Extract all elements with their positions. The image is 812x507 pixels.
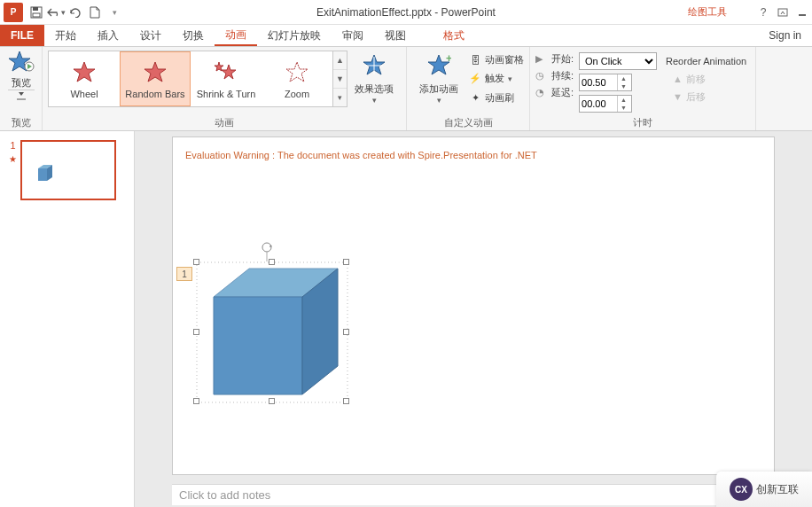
tab-slideshow[interactable]: 幻灯片放映 [257, 25, 332, 46]
svg-marker-27 [214, 297, 302, 394]
effect-options-button[interactable]: 效果选项 ▾ [347, 51, 401, 107]
start-select[interactable]: On Click [579, 52, 657, 70]
gallery-label: Zoom [285, 89, 309, 99]
thumbnail-cube-icon [35, 163, 56, 185]
gallery-label: Wheel [70, 89, 98, 99]
tab-animations[interactable]: 动画 [215, 25, 257, 46]
svg-point-23 [262, 243, 271, 252]
tab-insert[interactable]: 插入 [87, 25, 129, 46]
move-earlier-button[interactable]: ▲前移 [662, 70, 750, 88]
duration-input[interactable] [580, 77, 617, 88]
slide-edit-area: Evaluation Warning : The document was cr… [135, 131, 812, 507]
tab-format[interactable]: 格式 [433, 25, 475, 46]
gallery-more-icon[interactable]: ▾ [333, 89, 347, 106]
gallery-down-icon[interactable]: ▼ [333, 70, 347, 89]
preview-star-icon [8, 51, 35, 75]
tab-file[interactable]: FILE [0, 25, 44, 46]
slide-thumbnail-1[interactable] [20, 140, 116, 200]
start-label: 开始: [551, 52, 574, 66]
animation-order-tag[interactable]: 1 [176, 267, 192, 281]
duration-label: 持续: [551, 69, 574, 82]
delay-input[interactable] [580, 98, 617, 109]
save-icon[interactable] [27, 3, 46, 22]
gallery-item-wheel[interactable]: Wheel [49, 51, 120, 106]
gallery-item-random-bars[interactable]: Random Bars [120, 51, 191, 106]
spin-down-icon[interactable]: ▼ [618, 82, 629, 90]
tab-view[interactable]: 视图 [374, 25, 417, 46]
help-icon[interactable]: ? [753, 3, 773, 22]
ribbon-display-icon[interactable] [773, 3, 792, 22]
animation-pane-button[interactable]: 🗄动画窗格 [469, 53, 524, 66]
cube-shape[interactable] [196, 261, 348, 406]
add-animation-star-icon: + [426, 53, 451, 81]
move-later-label: 后移 [686, 90, 706, 104]
pane-icon: 🗄 [469, 54, 481, 66]
svg-marker-10 [74, 62, 95, 82]
svg-rect-1 [33, 7, 38, 11]
trigger-button[interactable]: ⚡触发 ▾ [469, 72, 524, 85]
sign-in-link[interactable]: Sign in [758, 25, 812, 46]
delay-stepper[interactable]: ▲▼ [579, 95, 632, 113]
duration-stepper[interactable]: ▲▼ [579, 74, 632, 91]
selection-handle[interactable] [269, 259, 275, 265]
svg-rect-2 [33, 13, 40, 17]
minimize-icon[interactable] [792, 3, 812, 22]
qat-customize-icon[interactable]: ▾ [105, 3, 124, 22]
group-label-advanced: 自定义动画 [412, 114, 524, 130]
move-later-button[interactable]: ▼后移 [662, 88, 750, 105]
tab-design[interactable]: 设计 [129, 25, 172, 46]
animation-gallery: Wheel Random Bars Shrink & Turn Zoom [48, 51, 333, 107]
shrink-turn-star-icon [213, 58, 239, 87]
redo-icon[interactable] [66, 3, 85, 22]
gallery-item-shrink-turn[interactable]: Shrink & Turn [191, 51, 262, 106]
delay-clock-icon: ◔ [535, 87, 548, 98]
selection-handle[interactable] [193, 259, 199, 265]
notes-pane[interactable]: Click to add notes [172, 484, 775, 505]
chevron-down-icon: ▾ [508, 74, 512, 83]
animation-painter-button[interactable]: ✦动画刷 [469, 91, 524, 105]
evaluation-warning-text: Evaluation Warning : The document was cr… [173, 137, 774, 160]
spin-down-icon[interactable]: ▼ [618, 104, 629, 112]
tab-transitions[interactable]: 切换 [172, 25, 215, 46]
group-label-preview: 预览 [5, 114, 36, 130]
preview-label: 预览 [12, 76, 31, 90]
selection-handle[interactable] [343, 329, 349, 335]
add-animation-button[interactable]: + 添加动画 ▾ [412, 51, 465, 107]
trigger-label: 触发 [485, 72, 504, 85]
selection-handle[interactable] [343, 259, 349, 265]
undo-icon[interactable]: ▾ [46, 3, 66, 22]
triangle-up-icon: ▲ [673, 74, 683, 84]
spin-up-icon[interactable]: ▲ [618, 74, 629, 82]
move-earlier-label: 前移 [686, 73, 706, 86]
chevron-down-icon: ▾ [437, 96, 441, 105]
selection-handle[interactable] [343, 398, 349, 404]
animation-pane-label: 动画窗格 [485, 53, 524, 66]
slide-number: 1 [10, 140, 15, 151]
tab-review[interactable]: 审阅 [332, 25, 374, 46]
animation-painter-label: 动画刷 [485, 91, 514, 105]
selection-handle[interactable] [193, 329, 199, 335]
gallery-item-zoom[interactable]: Zoom [262, 51, 332, 106]
gallery-label: Shrink & Turn [197, 89, 256, 99]
zoom-star-icon [285, 58, 308, 87]
slide-thumbnail-pane: 1 ★ [0, 131, 135, 507]
spin-up-icon[interactable]: ▲ [618, 96, 629, 104]
slide-canvas[interactable]: Evaluation Warning : The document was cr… [172, 136, 775, 475]
chevron-down-icon: ▾ [372, 96, 377, 105]
watermark-logo-icon: CX [730, 478, 753, 501]
new-file-icon[interactable] [85, 3, 105, 22]
contextual-tab-label: 绘图工具 [688, 5, 727, 19]
preview-button[interactable]: 预览 [8, 51, 35, 105]
selection-handle[interactable] [269, 398, 275, 404]
watermark-text: 创新互联 [756, 482, 799, 497]
watermark-badge: CX 创新互联 [716, 472, 812, 507]
svg-rect-3 [778, 9, 787, 16]
gallery-up-icon[interactable]: ▲ [333, 51, 347, 70]
powerpoint-icon: P [4, 3, 23, 22]
selection-handle[interactable] [193, 398, 199, 404]
animation-indicator-icon: ★ [9, 154, 17, 164]
window-title: ExitAnimationEffect.pptx - PowerPoint [124, 6, 688, 19]
preview-dropdown-icon[interactable] [8, 90, 35, 105]
tab-home[interactable]: 开始 [44, 25, 87, 46]
gallery-label: Random Bars [125, 89, 184, 99]
